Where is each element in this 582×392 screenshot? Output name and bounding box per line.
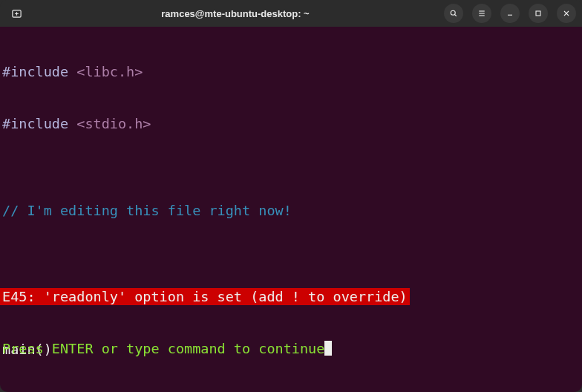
include-path: <stdio.h>	[76, 116, 151, 131]
status-area: E45: 'readonly' option is set (add ! to …	[0, 253, 582, 392]
code-line: #include <libc.h>	[2, 63, 580, 80]
close-icon	[562, 9, 571, 18]
minimize-icon	[506, 9, 514, 18]
titlebar-left	[6, 3, 27, 24]
prompt-text: Press ENTER or type command to continue	[2, 341, 324, 356]
titlebar: ramces@mte-ubuntu-desktop: ~	[0, 0, 582, 27]
window-title: ramces@mte-ubuntu-desktop: ~	[27, 8, 444, 19]
code-line: // I'm editing this file right now!	[2, 202, 580, 219]
preproc: #include	[2, 116, 68, 131]
include-path: <libc.h>	[76, 64, 143, 79]
new-tab-button[interactable]	[6, 3, 27, 24]
maximize-button[interactable]	[529, 4, 548, 23]
error-message: E45: 'readonly' option is set (add ! to …	[0, 288, 410, 305]
search-button[interactable]	[444, 4, 463, 23]
code-line: #include <stdio.h>	[2, 115, 580, 132]
minimize-button[interactable]	[500, 4, 520, 23]
menu-button[interactable]	[472, 4, 491, 23]
new-tab-icon	[11, 8, 22, 19]
terminal-viewport[interactable]: #include <libc.h> #include <stdio.h> // …	[0, 27, 582, 392]
svg-point-3	[451, 10, 455, 15]
svg-line-4	[455, 15, 457, 16]
svg-rect-9	[536, 11, 540, 16]
search-icon	[449, 9, 458, 18]
titlebar-right	[444, 4, 576, 23]
prompt-line: Press ENTER or type command to continue	[0, 340, 582, 357]
close-button[interactable]	[557, 4, 576, 23]
comment: // I'm editing this file right now!	[2, 203, 292, 218]
preproc: #include	[2, 64, 68, 79]
hamburger-icon	[477, 9, 486, 18]
maximize-icon	[534, 9, 543, 18]
cursor	[324, 341, 332, 356]
